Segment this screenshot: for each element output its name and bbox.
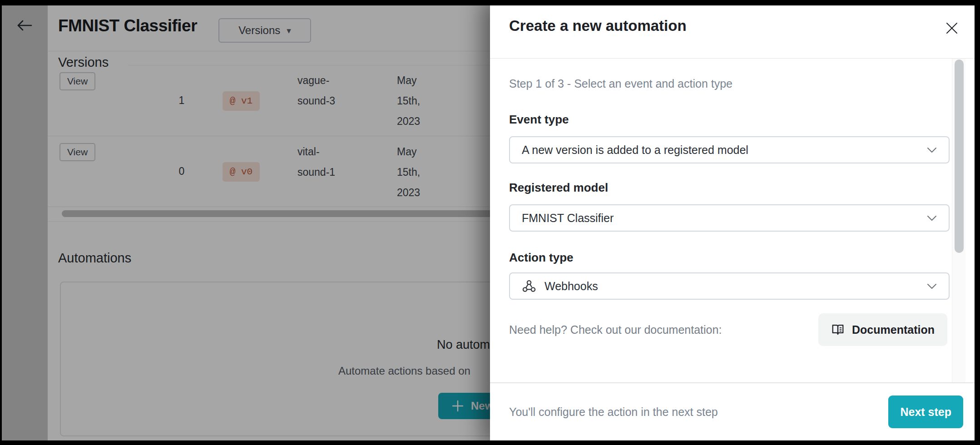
registered-model-value: FMNIST Classifier [522,212,919,225]
action-type-label: Action type [509,251,574,265]
close-button[interactable] [942,18,962,38]
modal-scrollbar-track [952,59,965,382]
chevron-down-icon [927,283,937,289]
next-step-button[interactable]: Next step [888,396,963,428]
footer-note: You'll configure the action in the next … [509,405,718,419]
screen: FMNIST Classifier Versions ▾ Versions Vi… [0,0,980,445]
close-icon [945,21,959,35]
webhook-icon [522,279,536,293]
help-text: Need help? Check out our documentation: [509,323,722,336]
action-type-select[interactable]: Webhooks [509,272,950,300]
step-indicator: Step 1 of 3 - Select an event and action… [509,77,733,90]
event-type-label: Event type [509,113,569,127]
documentation-button-label: Documentation [852,323,935,336]
chevron-down-icon [927,215,937,221]
registered-model-select[interactable]: FMNIST Classifier [509,204,950,232]
book-icon [831,323,845,336]
documentation-button[interactable]: Documentation [818,313,947,346]
event-type-select[interactable]: A new version is added to a registered m… [509,136,950,163]
chevron-down-icon [927,147,937,153]
modal-title: Create a new automation [509,17,687,35]
create-automation-drawer: Create a new automation Step 1 of 3 - Se… [490,0,980,445]
registered-model-label: Registered model [509,181,608,195]
modal-scrollbar-thumb[interactable] [955,59,964,253]
modal-footer: You'll configure the action in the next … [490,382,980,445]
event-type-value: A new version is added to a registered m… [522,143,919,157]
modal-header-divider [490,58,980,59]
action-type-value: Webhooks [544,280,919,293]
